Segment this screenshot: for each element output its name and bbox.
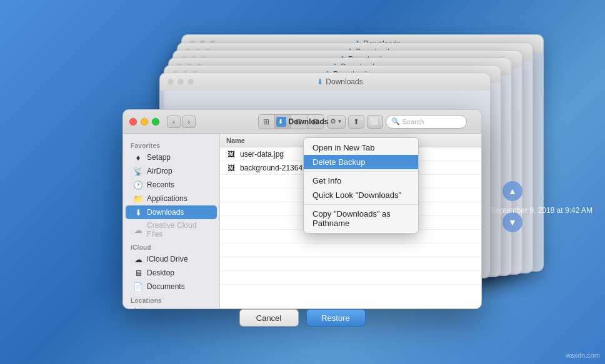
sidebar-item-documents[interactable]: 📄 Documents xyxy=(126,280,217,293)
chevron-up-icon: ▲ xyxy=(508,186,517,196)
search-placeholder: Search xyxy=(402,118,424,125)
desktop-icon: 🖥 xyxy=(133,268,143,278)
restore-button[interactable]: Restore xyxy=(306,309,366,327)
name-column-header: Name xyxy=(226,137,245,144)
downloads-icon: ⬇ xyxy=(133,207,143,217)
scroll-down-button[interactable]: ▼ xyxy=(502,212,522,232)
file-icon: 🖼 xyxy=(226,149,236,159)
toolbar: ⊞ ☰ ⊟ ⊟ ⚙▼ ⬆ ⬜ 🔍 Search xyxy=(249,114,475,129)
share-button[interactable]: ⬆ xyxy=(348,115,364,129)
context-menu-separator xyxy=(304,204,418,205)
sidebar-item-label: Downloads xyxy=(147,208,184,217)
sidebar-item-icloud-drive[interactable]: ☁ iCloud Drive xyxy=(126,252,217,266)
file-name: user-data.jpg xyxy=(240,150,284,159)
context-menu-item-label: Delete Backup xyxy=(312,157,366,167)
sidebar-item-airdrop[interactable]: 📡 AirDrop xyxy=(126,164,217,178)
back-button[interactable]: ‹ xyxy=(167,116,181,128)
icon-view-button[interactable]: ⊞ xyxy=(259,115,275,129)
forward-button[interactable]: › xyxy=(182,116,196,128)
dot xyxy=(168,79,174,85)
datetime-display: September 9, 2018 at 9:42 AM xyxy=(491,206,592,215)
sidebar-item-label: Desktop xyxy=(147,268,174,277)
sidebar-item-label: Creative Cloud Files xyxy=(147,221,209,239)
context-menu-separator xyxy=(304,171,418,172)
sidebar-item-label: Setapp xyxy=(147,153,171,162)
context-menu-item-label: Get Info xyxy=(312,176,341,185)
dot xyxy=(188,79,194,85)
context-menu-item-label: Quick Look "Downloads" xyxy=(312,190,401,200)
documents-icon: 📄 xyxy=(133,282,143,292)
cancel-button[interactable]: Cancel xyxy=(239,309,299,327)
gdrive-icon: 💾 xyxy=(133,307,143,308)
context-menu: Open in New Tab Delete Backup Get Info Q… xyxy=(303,137,419,234)
locations-label: Locations xyxy=(123,293,219,305)
titlebar: ‹ › ⬇ Downloads ⊞ ☰ ⊟ ⊟ ⚙▼ ⬆ ⬜ 🔍 xyxy=(123,110,481,134)
content-area: Favorites ♦ Setapp 📡 AirDrop 🕐 Recents 📁… xyxy=(123,134,481,308)
forward-icon: › xyxy=(188,118,190,125)
context-menu-item-copy-pathname[interactable]: Copy "Downloads" as Pathname xyxy=(304,207,418,230)
sidebar: Favorites ♦ Setapp 📡 AirDrop 🕐 Recents 📁… xyxy=(123,134,220,308)
context-menu-item-label: Open in New Tab xyxy=(312,143,375,152)
chevron-icon: ▼ xyxy=(338,119,342,124)
gear-button[interactable]: ⚙▼ xyxy=(327,115,346,129)
sidebar-item-downloads[interactable]: ⬇ Downloads xyxy=(126,205,217,219)
search-box[interactable]: 🔍 Search xyxy=(386,115,467,129)
file-icon: 🖼 xyxy=(226,163,236,173)
watermark: wsxdn.com xyxy=(566,352,600,359)
recents-icon: 🕐 xyxy=(133,180,143,190)
context-menu-item-delete-backup[interactable]: Delete Backup xyxy=(304,155,418,169)
sidebar-item-recents[interactable]: 🕐 Recents xyxy=(126,178,217,192)
list-view-button[interactable]: ☰ xyxy=(275,115,291,129)
gear-icon: ⚙ xyxy=(330,117,336,125)
close-button[interactable] xyxy=(129,118,137,125)
sidebar-item-label: Recents xyxy=(147,180,174,189)
back-icon: ‹ xyxy=(172,118,175,125)
sidebar-item-label: AirDrop xyxy=(147,167,172,175)
gallery-view-button[interactable]: ⊟ xyxy=(308,115,324,129)
context-menu-item-quick-look[interactable]: Quick Look "Downloads" xyxy=(304,188,418,202)
sidebar-item-setapp[interactable]: ♦ Setapp xyxy=(126,150,217,164)
column-view-button[interactable]: ⊟ xyxy=(291,115,308,129)
tag-button[interactable]: ⬜ xyxy=(367,115,383,129)
sidebar-item-gdrive[interactable]: 💾 GDRIVE xyxy=(126,305,217,308)
nav-buttons: ‹ › xyxy=(167,116,196,128)
dot xyxy=(178,79,184,85)
sidebar-item-desktop[interactable]: 🖥 Desktop xyxy=(126,266,217,280)
maximize-button[interactable] xyxy=(152,118,159,125)
table-row-empty xyxy=(220,243,481,257)
sidebar-item-label: Applications xyxy=(147,194,188,203)
table-row-empty xyxy=(220,271,481,285)
context-menu-item-open-new-tab[interactable]: Open in New Tab xyxy=(304,140,418,155)
favorites-label: Favorites xyxy=(123,139,219,150)
chevron-down-icon: ▼ xyxy=(508,217,517,227)
minimize-button[interactable] xyxy=(141,118,148,125)
table-row-empty xyxy=(220,257,481,271)
icloud-drive-icon: ☁ xyxy=(133,254,143,264)
sidebar-item-label: GDRIVE xyxy=(147,308,176,308)
stacked-title: ⬇ Downloads xyxy=(198,77,482,86)
sidebar-item-label: iCloud Drive xyxy=(147,255,188,263)
sidebar-item-label: Documents xyxy=(147,282,185,291)
sidebar-item-creative-cloud[interactable]: ☁ Creative Cloud Files xyxy=(126,219,217,240)
view-buttons: ⊞ ☰ ⊟ ⊟ xyxy=(258,114,324,129)
traffic-lights xyxy=(129,118,159,125)
airdrop-icon: 📡 xyxy=(133,166,143,176)
finder-window: ‹ › ⬇ Downloads ⊞ ☰ ⊟ ⊟ ⚙▼ ⬆ ⬜ 🔍 xyxy=(122,109,482,309)
creative-cloud-icon: ☁ xyxy=(133,225,143,235)
sidebar-item-applications[interactable]: 📁 Applications xyxy=(126,192,217,205)
context-menu-item-label: Copy "Downloads" as Pathname xyxy=(312,209,409,228)
search-icon: 🔍 xyxy=(391,117,400,125)
icloud-label: iCloud xyxy=(123,240,219,252)
applications-icon: 📁 xyxy=(133,194,143,204)
scroll-up-button[interactable]: ▲ xyxy=(502,181,522,201)
bottom-bar: Cancel Restore xyxy=(122,309,482,327)
setapp-icon: ♦ xyxy=(133,152,143,162)
context-menu-item-get-info[interactable]: Get Info xyxy=(304,174,418,188)
